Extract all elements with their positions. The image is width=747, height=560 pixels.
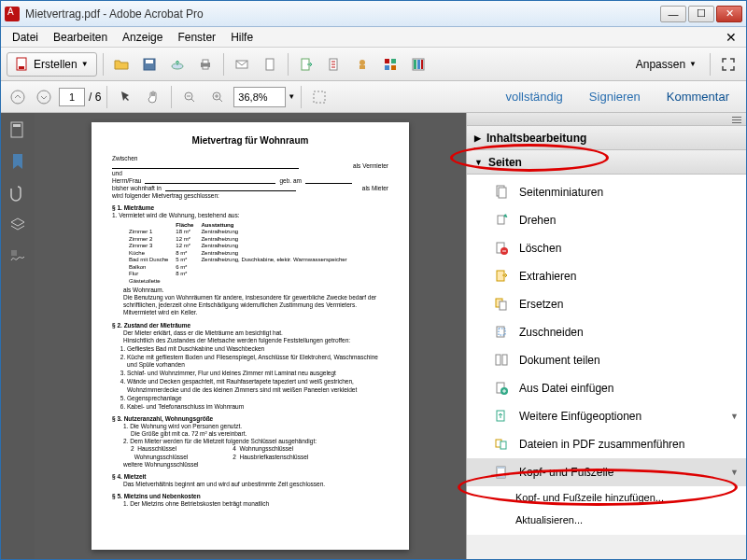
page-number-input[interactable] (59, 88, 85, 106)
page-total: / 6 (89, 91, 101, 104)
marquee-icon (312, 90, 327, 105)
svg-rect-43 (496, 355, 500, 365)
print-button[interactable] (193, 52, 218, 77)
save-cloud-button[interactable] (165, 52, 190, 77)
hand-tool[interactable] (141, 85, 165, 109)
menu-edit[interactable]: Bearbeiten (46, 29, 115, 46)
prev-page-button[interactable] (7, 86, 29, 108)
customize-button[interactable]: Anpassen ▼ (628, 52, 704, 77)
hf-add-subitem[interactable]: Kopf- und Fußzeile hinzufügen... (467, 486, 746, 509)
next-page-button[interactable] (33, 86, 55, 108)
layers-icon[interactable] (8, 216, 27, 234)
signature-panel-icon[interactable] (8, 247, 27, 266)
document-viewport[interactable]: Mietvertrag für Wohnraum Zwischen als Ve… (35, 113, 466, 559)
envelope-icon (234, 57, 249, 72)
svg-rect-52 (497, 476, 505, 478)
zoom-select[interactable] (233, 87, 286, 107)
maximize-button[interactable]: ☐ (688, 6, 714, 22)
combine-item[interactable]: Dateien in PDF zusammenführen (467, 430, 746, 458)
fullscreen-button[interactable] (716, 52, 740, 77)
sign-tab[interactable]: Signieren (578, 84, 652, 109)
export-button[interactable] (294, 52, 318, 77)
svg-rect-14 (385, 59, 389, 63)
insert-file-icon (494, 381, 509, 396)
bookmark-icon[interactable] (8, 152, 27, 171)
arrow-up-icon (10, 90, 25, 105)
menu-file[interactable]: Datei (5, 29, 46, 46)
doc-title: Mietvertrag für Wohnraum (112, 135, 388, 147)
comment-tool-button[interactable] (350, 52, 374, 77)
svg-rect-34 (499, 188, 506, 198)
create-pdf-icon (15, 57, 30, 72)
svg-rect-19 (414, 60, 416, 69)
svg-rect-7 (203, 66, 208, 69)
svg-rect-35 (498, 216, 504, 224)
extract-item[interactable]: Extrahieren (467, 262, 746, 290)
panel-menu-icon (731, 115, 742, 124)
header-footer-item[interactable]: Kopf- und Fußzeile▼ (467, 458, 746, 486)
svg-rect-29 (11, 250, 17, 256)
svg-rect-13 (359, 65, 365, 69)
svg-rect-6 (203, 60, 208, 63)
comment-tab[interactable]: Kommentar (655, 84, 740, 109)
split-item[interactable]: Dokument teilen (467, 346, 746, 374)
hf-update-subitem[interactable]: Aktualisieren... (467, 509, 746, 531)
replace-item[interactable]: Ersetzen (467, 290, 746, 318)
select-tool[interactable] (113, 85, 137, 109)
edit-text-icon (327, 57, 342, 72)
edit-pdf-button[interactable] (322, 52, 346, 77)
content-editing-header[interactable]: ▶Inhaltsbearbeitung (467, 126, 746, 150)
svg-rect-3 (146, 60, 153, 63)
pages-header[interactable]: ▼Seiten (467, 150, 746, 175)
svg-rect-16 (385, 65, 389, 70)
menu-help[interactable]: Hilfe (223, 29, 261, 46)
svg-point-12 (359, 60, 365, 65)
svg-rect-40 (500, 301, 506, 310)
document-close-button[interactable]: ✕ (720, 30, 742, 45)
page-thumbnails-item[interactable]: Seitenminiaturen (467, 178, 746, 206)
create-button[interactable]: Erstellen ▼ (7, 52, 97, 77)
svg-rect-30 (732, 117, 741, 118)
extract-icon (494, 269, 509, 284)
folder-open-icon (114, 57, 129, 72)
svg-rect-9 (266, 59, 274, 70)
replace-icon (494, 297, 509, 312)
sign-tool-button[interactable] (378, 52, 402, 77)
delete-item[interactable]: Löschen (467, 234, 746, 262)
zoom-in-button[interactable] (205, 85, 230, 109)
more-insert-item[interactable]: Weitere Einfügeoptionen▼ (467, 402, 746, 430)
close-button[interactable]: ✕ (716, 6, 742, 22)
chevron-right-icon: ▶ (474, 133, 481, 143)
svg-rect-28 (13, 124, 21, 127)
attachment-icon[interactable] (8, 184, 27, 203)
menu-view[interactable]: Anzeige (115, 29, 170, 46)
menu-window[interactable]: Fenster (170, 29, 223, 46)
svg-point-22 (11, 91, 24, 104)
panel-grip[interactable] (467, 113, 746, 126)
header-footer-icon (494, 465, 509, 480)
combine-icon (494, 437, 509, 452)
crop-item[interactable]: Zuschneiden (467, 318, 746, 346)
nav-rail (1, 113, 35, 559)
save-button[interactable] (137, 52, 162, 77)
svg-rect-49 (500, 441, 506, 449)
minimize-button[interactable]: — (660, 6, 686, 22)
scan-button[interactable] (258, 52, 282, 77)
fullscreen-icon (721, 57, 736, 72)
thumbnails-icon[interactable] (8, 120, 27, 139)
crop-icon (494, 325, 509, 340)
rotate-item[interactable]: Drehen (467, 206, 746, 234)
cloud-up-icon (170, 57, 185, 72)
email-button[interactable] (230, 52, 254, 77)
thumbnails-small-icon (494, 185, 509, 200)
marquee-zoom[interactable] (307, 85, 331, 109)
multimedia-button[interactable] (406, 52, 430, 77)
zoom-out-button[interactable] (177, 85, 202, 109)
svg-rect-1 (19, 66, 24, 69)
open-button[interactable] (109, 52, 134, 77)
insert-file-item[interactable]: Aus Datei einfügen (467, 374, 746, 402)
tools-tab[interactable]: vollständig (494, 84, 573, 109)
split-icon (494, 353, 509, 368)
stamp-icon (355, 57, 370, 72)
svg-rect-20 (417, 60, 420, 69)
